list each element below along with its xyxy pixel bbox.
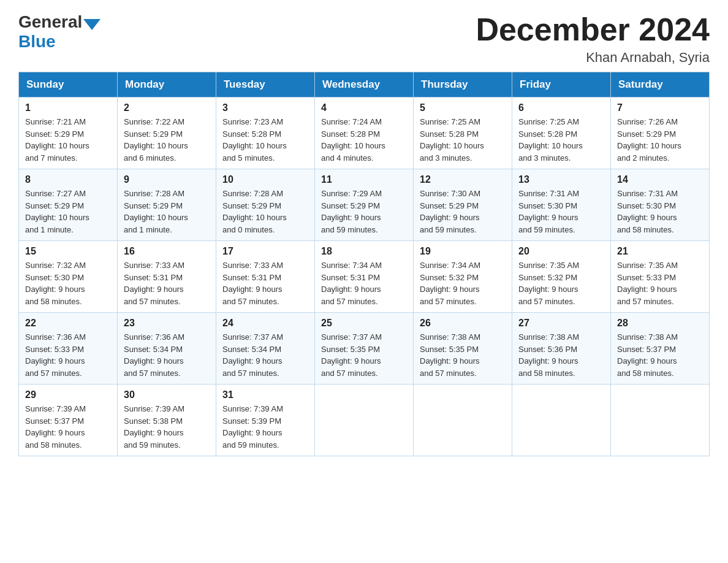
calendar-cell: 4Sunrise: 7:24 AMSunset: 5:28 PMDaylight… — [315, 98, 414, 169]
day-number: 2 — [124, 102, 210, 113]
day-number: 23 — [124, 318, 210, 329]
calendar-cell: 11Sunrise: 7:29 AMSunset: 5:29 PMDayligh… — [315, 169, 414, 241]
logo-blue-text: Blue — [18, 32, 56, 52]
day-number: 1 — [25, 102, 111, 113]
calendar-cell: 14Sunrise: 7:31 AMSunset: 5:30 PMDayligh… — [611, 169, 710, 241]
day-number: 17 — [222, 246, 308, 257]
calendar-cell: 17Sunrise: 7:33 AMSunset: 5:31 PMDayligh… — [216, 241, 315, 313]
day-info: Sunrise: 7:34 AMSunset: 5:31 PMDaylight:… — [321, 259, 407, 307]
day-number: 6 — [518, 102, 604, 113]
calendar-cell: 1Sunrise: 7:21 AMSunset: 5:29 PMDaylight… — [19, 98, 118, 169]
calendar-table: SundayMondayTuesdayWednesdayThursdayFrid… — [18, 72, 710, 456]
day-number: 13 — [518, 174, 604, 185]
day-number: 10 — [222, 174, 308, 185]
day-info: Sunrise: 7:36 AMSunset: 5:34 PMDaylight:… — [124, 331, 210, 379]
weekday-header-friday: Friday — [512, 72, 611, 98]
week-row-3: 15Sunrise: 7:32 AMSunset: 5:30 PMDayligh… — [19, 241, 710, 313]
day-number: 30 — [124, 389, 210, 400]
calendar-cell: 3Sunrise: 7:23 AMSunset: 5:28 PMDaylight… — [216, 98, 315, 169]
day-info: Sunrise: 7:26 AMSunset: 5:29 PMDaylight:… — [617, 116, 703, 164]
day-info: Sunrise: 7:24 AMSunset: 5:28 PMDaylight:… — [321, 116, 407, 164]
day-info: Sunrise: 7:32 AMSunset: 5:30 PMDaylight:… — [25, 259, 111, 307]
weekday-header-sunday: Sunday — [19, 72, 118, 98]
calendar-cell: 20Sunrise: 7:35 AMSunset: 5:32 PMDayligh… — [512, 241, 611, 313]
day-number: 24 — [222, 318, 308, 329]
day-info: Sunrise: 7:39 AMSunset: 5:38 PMDaylight:… — [124, 403, 210, 451]
day-info: Sunrise: 7:30 AMSunset: 5:29 PMDaylight:… — [420, 188, 506, 236]
location-title: Khan Arnabah, Syria — [476, 50, 710, 66]
calendar-cell: 22Sunrise: 7:36 AMSunset: 5:33 PMDayligh… — [19, 313, 118, 385]
calendar-cell: 28Sunrise: 7:38 AMSunset: 5:37 PMDayligh… — [611, 313, 710, 385]
calendar-cell: 25Sunrise: 7:37 AMSunset: 5:35 PMDayligh… — [315, 313, 414, 385]
day-number: 27 — [518, 318, 604, 329]
day-info: Sunrise: 7:38 AMSunset: 5:35 PMDaylight:… — [420, 331, 506, 379]
calendar-cell: 8Sunrise: 7:27 AMSunset: 5:29 PMDaylight… — [19, 169, 118, 241]
day-info: Sunrise: 7:34 AMSunset: 5:32 PMDaylight:… — [420, 259, 506, 307]
calendar-cell: 2Sunrise: 7:22 AMSunset: 5:29 PMDaylight… — [118, 98, 216, 169]
day-info: Sunrise: 7:33 AMSunset: 5:31 PMDaylight:… — [124, 259, 210, 307]
day-number: 7 — [617, 102, 703, 113]
day-number: 4 — [321, 102, 407, 113]
calendar-cell: 15Sunrise: 7:32 AMSunset: 5:30 PMDayligh… — [19, 241, 118, 313]
day-info: Sunrise: 7:22 AMSunset: 5:29 PMDaylight:… — [124, 116, 210, 164]
calendar-cell: 27Sunrise: 7:38 AMSunset: 5:36 PMDayligh… — [512, 313, 611, 385]
logo-arrow-icon — [83, 19, 100, 30]
day-info: Sunrise: 7:39 AMSunset: 5:39 PMDaylight:… — [222, 403, 308, 451]
calendar-cell: 10Sunrise: 7:28 AMSunset: 5:29 PMDayligh… — [216, 169, 315, 241]
day-info: Sunrise: 7:35 AMSunset: 5:32 PMDaylight:… — [518, 259, 604, 307]
day-info: Sunrise: 7:39 AMSunset: 5:37 PMDaylight:… — [25, 403, 111, 451]
calendar-cell: 13Sunrise: 7:31 AMSunset: 5:30 PMDayligh… — [512, 169, 611, 241]
day-number: 19 — [420, 246, 506, 257]
header-row: SundayMondayTuesdayWednesdayThursdayFrid… — [19, 72, 710, 98]
calendar-cell: 30Sunrise: 7:39 AMSunset: 5:38 PMDayligh… — [118, 385, 216, 456]
day-number: 12 — [420, 174, 506, 185]
day-info: Sunrise: 7:28 AMSunset: 5:29 PMDaylight:… — [222, 188, 308, 236]
calendar-cell — [414, 385, 512, 456]
day-number: 26 — [420, 318, 506, 329]
day-number: 9 — [124, 174, 210, 185]
day-info: Sunrise: 7:35 AMSunset: 5:33 PMDaylight:… — [617, 259, 703, 307]
logo: General Blue — [18, 12, 102, 52]
day-info: Sunrise: 7:36 AMSunset: 5:33 PMDaylight:… — [25, 331, 111, 379]
calendar-cell — [611, 385, 710, 456]
calendar-cell — [512, 385, 611, 456]
calendar-cell: 21Sunrise: 7:35 AMSunset: 5:33 PMDayligh… — [611, 241, 710, 313]
weekday-header-thursday: Thursday — [414, 72, 512, 98]
day-number: 29 — [25, 389, 111, 400]
day-number: 14 — [617, 174, 703, 185]
calendar-cell: 5Sunrise: 7:25 AMSunset: 5:28 PMDaylight… — [414, 98, 512, 169]
day-number: 3 — [222, 102, 308, 113]
calendar-cell: 19Sunrise: 7:34 AMSunset: 5:32 PMDayligh… — [414, 241, 512, 313]
day-number: 18 — [321, 246, 407, 257]
calendar-cell: 26Sunrise: 7:38 AMSunset: 5:35 PMDayligh… — [414, 313, 512, 385]
calendar-cell: 16Sunrise: 7:33 AMSunset: 5:31 PMDayligh… — [118, 241, 216, 313]
day-number: 15 — [25, 246, 111, 257]
calendar-cell: 9Sunrise: 7:28 AMSunset: 5:29 PMDaylight… — [118, 169, 216, 241]
calendar-cell: 6Sunrise: 7:25 AMSunset: 5:28 PMDaylight… — [512, 98, 611, 169]
calendar-cell: 23Sunrise: 7:36 AMSunset: 5:34 PMDayligh… — [118, 313, 216, 385]
day-number: 5 — [420, 102, 506, 113]
calendar-cell: 12Sunrise: 7:30 AMSunset: 5:29 PMDayligh… — [414, 169, 512, 241]
day-info: Sunrise: 7:38 AMSunset: 5:37 PMDaylight:… — [617, 331, 703, 379]
weekday-header-monday: Monday — [118, 72, 216, 98]
page-header: General Blue December 2024 Khan Arnabah,… — [18, 12, 710, 66]
day-number: 25 — [321, 318, 407, 329]
calendar-cell: 7Sunrise: 7:26 AMSunset: 5:29 PMDaylight… — [611, 98, 710, 169]
month-title: December 2024 — [476, 12, 710, 47]
weekday-header-saturday: Saturday — [611, 72, 710, 98]
week-row-2: 8Sunrise: 7:27 AMSunset: 5:29 PMDaylight… — [19, 169, 710, 241]
day-number: 22 — [25, 318, 111, 329]
week-row-4: 22Sunrise: 7:36 AMSunset: 5:33 PMDayligh… — [19, 313, 710, 385]
day-info: Sunrise: 7:27 AMSunset: 5:29 PMDaylight:… — [25, 188, 111, 236]
day-number: 21 — [617, 246, 703, 257]
day-info: Sunrise: 7:31 AMSunset: 5:30 PMDaylight:… — [617, 188, 703, 236]
logo-general-text: General — [18, 12, 82, 32]
calendar-cell: 18Sunrise: 7:34 AMSunset: 5:31 PMDayligh… — [315, 241, 414, 313]
day-info: Sunrise: 7:28 AMSunset: 5:29 PMDaylight:… — [124, 188, 210, 236]
day-info: Sunrise: 7:31 AMSunset: 5:30 PMDaylight:… — [518, 188, 604, 236]
day-info: Sunrise: 7:21 AMSunset: 5:29 PMDaylight:… — [25, 116, 111, 164]
day-number: 28 — [617, 318, 703, 329]
weekday-header-wednesday: Wednesday — [315, 72, 414, 98]
day-info: Sunrise: 7:37 AMSunset: 5:34 PMDaylight:… — [222, 331, 308, 379]
day-info: Sunrise: 7:25 AMSunset: 5:28 PMDaylight:… — [518, 116, 604, 164]
